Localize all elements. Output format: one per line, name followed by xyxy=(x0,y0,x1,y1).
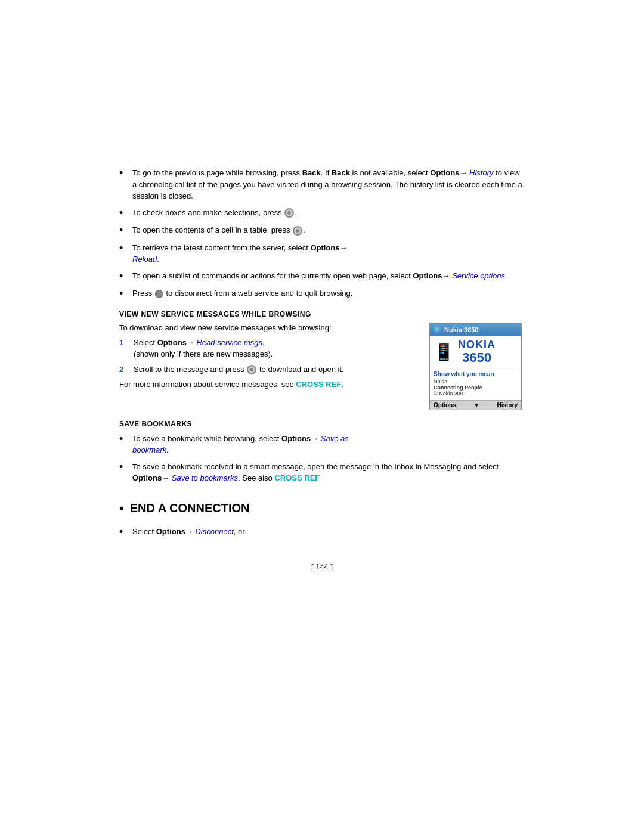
view-new-heading: VIEW NEW SERVICE MESSAGES WHILE BROWSING xyxy=(119,310,525,318)
step-2: 2 Scroll to the message and press to dow… xyxy=(119,364,420,376)
bullet-text: To go to the previous page while browsin… xyxy=(132,167,525,202)
bullet-dot: • xyxy=(119,167,129,180)
save-bookmarks-heading: SAVE BOOKMARKS xyxy=(119,420,525,428)
nokia-logo-text: NOKIA xyxy=(458,339,496,350)
disconnect-link: Disconnect xyxy=(195,527,233,536)
back-bold: Back xyxy=(302,168,321,177)
intro-text: To download and view new service message… xyxy=(119,323,420,332)
phone-bottombar: Options ▼ History xyxy=(430,400,521,410)
list-item: • To open a sublist of commands or actio… xyxy=(119,270,525,283)
options-bold: Options xyxy=(430,168,459,177)
cross-ref-2: CROSS REF xyxy=(274,473,320,482)
bullet-dot: • xyxy=(119,242,129,255)
nav-joystick-icon2 xyxy=(293,226,302,236)
phone-body: 📱 NOKIA 3650 Show what you mean Nokia Co… xyxy=(430,336,521,400)
save-smart-message-text: To save a bookmark received in a smart m… xyxy=(132,461,525,484)
phone-options-btn: Options xyxy=(434,402,456,408)
end-connection-heading: • END A CONNECTION xyxy=(119,501,525,516)
options-bold3: Options xyxy=(310,243,339,252)
phone-titlebar: Nokia 3650 xyxy=(430,324,521,336)
nav-joystick-icon xyxy=(284,208,294,218)
step-1-text: Select Options→ Read service msgs. (show… xyxy=(134,337,273,360)
bullet-text: To open a sublist of commands or actions… xyxy=(132,270,507,282)
bullet-dot: • xyxy=(119,224,129,237)
list-item: • To go to the previous page while brows… xyxy=(119,167,525,202)
bullet-text: Press to disconnect from a web service a… xyxy=(132,287,352,299)
step-number-1: 1 xyxy=(119,337,129,349)
options-bold4: Options xyxy=(413,271,442,280)
list-item: • To save a bookmark while browsing, sel… xyxy=(119,433,525,456)
bullet-dot: • xyxy=(119,526,129,539)
reload-link: Reload xyxy=(132,255,157,264)
bullet-dot: • xyxy=(119,270,129,283)
globe-icon xyxy=(434,326,442,334)
phone-mockup: Nokia 3650 📱 NOKIA 3650 Show what you me… xyxy=(429,323,522,410)
nokia-model-text: 3650 xyxy=(458,350,496,366)
list-item: • To save a bookmark received in a smart… xyxy=(119,461,525,484)
step-1: 1 Select Options→ Read service msgs. (sh… xyxy=(119,337,420,360)
phone-tagline: Show what you mean xyxy=(434,368,518,377)
phone-mockup-col: Nokia 3650 📱 NOKIA 3650 Show what you me… xyxy=(429,323,525,410)
top-bullet-list: • To go to the previous page while brows… xyxy=(119,167,525,301)
step-number-2: 2 xyxy=(119,364,129,376)
phone-brand: Nokia Connecting People © Nokia 2001 xyxy=(434,379,518,397)
save-as-bookmark-link: Save asbookmark xyxy=(132,434,349,455)
phone-slogan: Connecting People xyxy=(434,385,482,391)
bullet-text: To check boxes and make selections, pres… xyxy=(132,207,297,219)
phone-handset-icon: 📱 xyxy=(434,342,454,362)
bullet-dot: • xyxy=(119,207,129,220)
page-content: • To go to the previous page while brows… xyxy=(0,0,644,690)
steps-list: 1 Select Options→ Read service msgs. (sh… xyxy=(119,337,420,376)
view-new-section: VIEW NEW SERVICE MESSAGES WHILE BROWSING… xyxy=(119,310,525,410)
options-bold7: Options xyxy=(132,473,162,482)
bullet-text: To retrieve the latest content from the … xyxy=(132,242,348,265)
list-item: • To check boxes and make selections, pr… xyxy=(119,207,525,220)
options-bold6: Options xyxy=(281,434,311,443)
phone-arrow: ▼ xyxy=(473,402,479,408)
text-column: To download and view new service message… xyxy=(119,323,420,410)
cross-ref-1: CROSS REF xyxy=(296,380,341,389)
list-item: • To open the contents of a cell in a ta… xyxy=(119,224,525,237)
list-item: • Select Options→ Disconnect, or xyxy=(119,526,525,539)
footer-text: For more information about service messa… xyxy=(119,380,420,389)
heading-bullet: • xyxy=(119,501,124,516)
list-item: • Press to disconnect from a web service… xyxy=(119,287,525,301)
bullet-dot: • xyxy=(119,461,129,474)
options-bold8: Options xyxy=(156,527,185,536)
phone-copyright: © Nokia 2001 xyxy=(434,391,466,397)
disconnect-text: Select Options→ Disconnect, or xyxy=(132,526,245,538)
nav-joystick-icon3 xyxy=(247,365,256,374)
save-bookmarks-section: SAVE BOOKMARKS • To save a bookmark whil… xyxy=(119,420,525,484)
options-bold5: Options xyxy=(157,338,187,347)
bullet-dot: • xyxy=(119,287,129,301)
end-connection-section: • END A CONNECTION • Select Options→ Dis… xyxy=(119,501,525,539)
history-link: History xyxy=(469,168,493,177)
heading-text: END A CONNECTION xyxy=(130,501,250,515)
bullet-text: To open the contents of a cell in a tabl… xyxy=(132,224,305,236)
end-connection-list: • Select Options→ Disconnect, or xyxy=(119,526,525,539)
two-col-layout: To download and view new service message… xyxy=(119,323,525,410)
phone-history-btn: History xyxy=(497,402,518,408)
save-bookmark-text: To save a bookmark while browsing, selec… xyxy=(132,433,349,456)
service-options-link: Service options xyxy=(452,271,505,280)
back-bold2: Back xyxy=(332,168,350,177)
disconnect-icon xyxy=(155,290,163,298)
step-2-text: Scroll to the message and press to downl… xyxy=(134,364,344,376)
read-service-link: Read service msgs. xyxy=(196,338,264,347)
list-item: • To retrieve the latest content from th… xyxy=(119,242,525,265)
page-number: [ 144 ] xyxy=(119,562,525,571)
bullet-dot: • xyxy=(119,433,129,446)
save-to-bookmarks-link: Save to bookmarks xyxy=(172,473,238,482)
save-bookmarks-list: • To save a bookmark while browsing, sel… xyxy=(119,433,525,484)
phone-title: Nokia 3650 xyxy=(444,326,478,333)
